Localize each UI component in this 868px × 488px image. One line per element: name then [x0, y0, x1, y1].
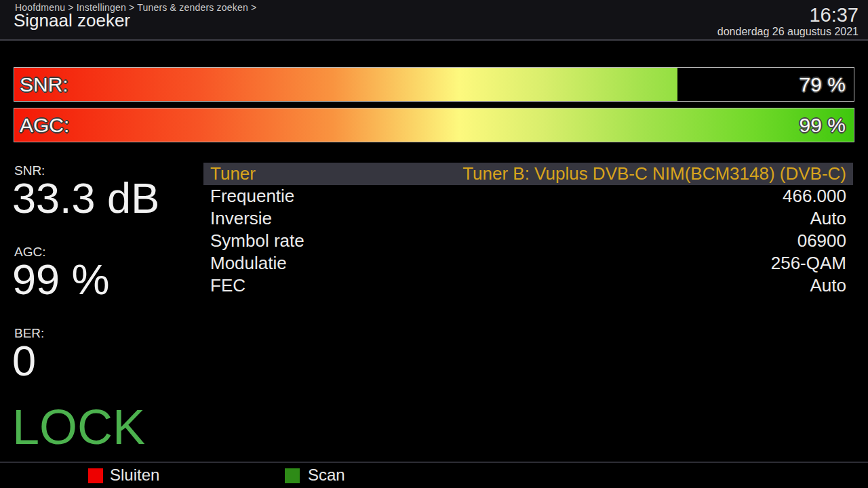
lock-status: LOCK [12, 403, 145, 451]
row-value: Tuner B: Vuplus DVB-C NIM(BCM3148) (DVB-… [462, 163, 846, 184]
snr-stat-value: 33.3 dB [12, 175, 159, 222]
page-title: Signaal zoeker [14, 10, 130, 31]
row-value: 466.000 [783, 186, 846, 207]
table-row-inversie[interactable]: Inversie Auto [203, 207, 853, 230]
table-row-symbol-rate[interactable]: Symbol rate 06900 [203, 230, 853, 252]
clock: 16:37 [809, 4, 859, 26]
table-row-frequentie[interactable]: Frequentie 466.000 [203, 185, 853, 207]
row-label: Symbol rate [210, 230, 304, 251]
agc-stat-value: 99 % [12, 256, 110, 303]
row-value: 06900 [797, 230, 846, 251]
snr-bar-value: 79 % [800, 73, 846, 96]
table-row-modulatie[interactable]: Modulatie 256-QAM [203, 252, 853, 274]
table-row-tuner[interactable]: Tuner Tuner B: Vuplus DVB-C NIM(BCM3148)… [203, 163, 853, 185]
date: donderdag 26 augustus 2021 [717, 26, 859, 38]
row-label: Frequentie [210, 186, 294, 207]
tuner-table: Tuner Tuner B: Vuplus DVB-C NIM(BCM3148)… [203, 163, 853, 297]
row-label: Modulatie [210, 253, 287, 274]
row-value: 256-QAM [771, 253, 846, 274]
red-button-icon[interactable] [88, 468, 103, 483]
row-value: Auto [810, 275, 847, 296]
footer-button-bar: Sluiten Scan [0, 462, 868, 488]
agc-bar-value: 99 % [800, 114, 846, 137]
header: Hoofdmenu > Instellingen > Tuners & zend… [0, 0, 868, 41]
scan-button[interactable]: Scan [308, 466, 345, 485]
table-row-fec[interactable]: FEC Auto [203, 274, 853, 297]
snr-signal-bar: SNR: 79 % [14, 67, 854, 102]
snr-bar-label: SNR: [20, 73, 68, 96]
row-label: Tuner [210, 163, 256, 184]
close-button[interactable]: Sluiten [110, 466, 159, 485]
agc-signal-bar: AGC: 99 % [14, 108, 854, 142]
ber-stat-value: 0 [12, 338, 36, 384]
row-value: Auto [810, 208, 847, 229]
green-button-icon[interactable] [285, 468, 300, 483]
row-label: FEC [210, 275, 245, 296]
agc-bar-label: AGC: [20, 114, 69, 137]
row-label: Inversie [210, 208, 272, 229]
